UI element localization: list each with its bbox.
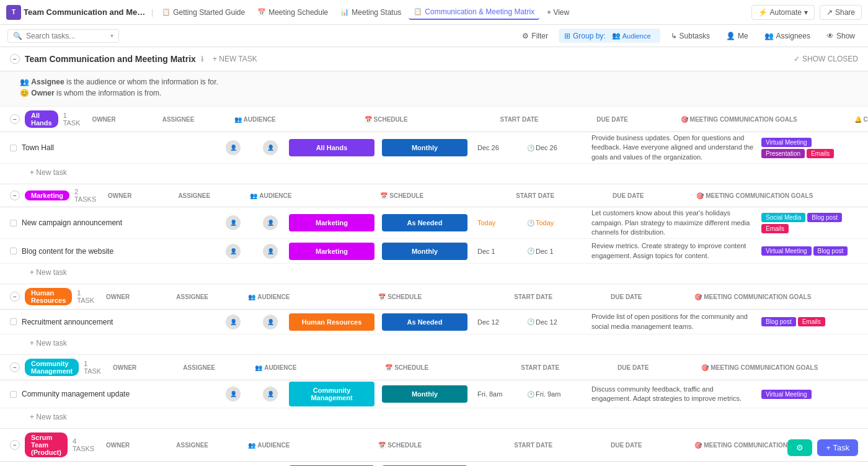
- toolbar: 🔍 ▾ ⚙ Filter ⊞ Group by: 👥 Audience ↳ Su…: [0, 25, 868, 47]
- clock-icon: 🕐: [527, 248, 534, 254]
- task-checkbox[interactable]: [10, 318, 17, 325]
- task-name: New campaign announcement: [22, 218, 122, 227]
- clock-icon: 🕐: [527, 391, 534, 398]
- tab-getting-started[interactable]: 📋 Getting Started Guide: [157, 6, 250, 19]
- goals-col-icon: 🎯: [694, 442, 702, 449]
- add-task-btn[interactable]: + Task: [817, 439, 858, 456]
- col-schedule: 📅SCHEDULE: [365, 116, 458, 123]
- schedule-badge: As Needed: [382, 313, 467, 331]
- group-collapse-btn[interactable]: −: [10, 292, 20, 302]
- task-row-3-0: Community management update 👤 👤 Communit…: [0, 380, 868, 408]
- col-owner: OWNER: [86, 116, 123, 123]
- col-due: DUE DATE: [597, 192, 659, 199]
- settings-btn[interactable]: ⚙: [787, 439, 812, 456]
- schedule-col-icon: 📅: [378, 293, 386, 300]
- task-checkbox[interactable]: [10, 220, 17, 226]
- schedule-cell: Monthly: [382, 385, 475, 403]
- goals-cell: Discuss community feedback, traffic and …: [587, 385, 759, 404]
- owner-avatar: 👤: [226, 215, 241, 230]
- group-row-4: − Scrum Team (Product) 4 TASKS OWNER ASS…: [0, 429, 868, 462]
- me-icon: 👤: [726, 32, 735, 40]
- col-schedule: 📅SCHEDULE: [378, 442, 471, 449]
- task-name-cell: Town Hall: [10, 141, 215, 155]
- project-name: Team Communication and Meeting Matrix: [25, 54, 196, 64]
- bottom-btns: ⚙ + Task: [787, 439, 858, 456]
- assignees-icon: 👥: [764, 32, 774, 40]
- start-date-cell: Dec 1: [475, 248, 525, 255]
- me-btn[interactable]: 👤 Me: [720, 29, 754, 43]
- show-closed-btn[interactable]: ✓ SHOW CLOSED: [794, 55, 858, 63]
- filter-icon: ⚙: [522, 32, 529, 40]
- group-by-btn[interactable]: ⊞ Group by: 👥 Audience: [559, 29, 660, 43]
- new-task-link[interactable]: + New task: [10, 266, 87, 279]
- new-task-link[interactable]: + New task: [10, 166, 87, 179]
- subtasks-btn[interactable]: ↳ Subtasks: [665, 29, 715, 43]
- goals-cell: Let customers know about this year's hol…: [587, 208, 759, 237]
- task-checkbox[interactable]: [10, 391, 17, 398]
- method-badge: Social Media: [761, 213, 805, 222]
- method-badge: Virtual Meeting: [761, 138, 812, 147]
- schedule-cell: Monthly: [382, 243, 475, 260]
- col-audience: 👥AUDIENCE: [248, 442, 341, 449]
- owner-cell: 👤: [215, 244, 252, 259]
- task-checkbox[interactable]: [10, 145, 17, 151]
- col-goals: 🎯MEETING COMMUNICATION GOALS: [696, 192, 833, 199]
- tab-communication-matrix[interactable]: 📋 Communication & Meeting Matrix: [409, 5, 539, 20]
- group-badge: All Hands: [25, 110, 58, 128]
- col-audience: 👥AUDIENCE: [248, 293, 341, 300]
- col-assignee: ASSIGNEE: [174, 293, 211, 300]
- show-btn[interactable]: 👁 Show: [821, 29, 861, 43]
- new-task-row-2: + New task: [0, 334, 868, 355]
- clock-icon: 🕐: [527, 145, 534, 151]
- new-task-link[interactable]: + New task: [10, 411, 87, 423]
- col-audience: 👥AUDIENCE: [250, 192, 343, 199]
- toolbar-right: ⚙ Filter ⊞ Group by: 👥 Audience ↳ Subtas…: [516, 29, 861, 43]
- methods-cell: Social MediaBlog postEmails: [759, 213, 858, 233]
- group-task-count: 4 TASKS: [73, 437, 94, 452]
- schedule-col-icon: 📅: [378, 442, 386, 449]
- assignee-cell: 👤: [252, 244, 289, 259]
- method-badge: Emails: [798, 317, 825, 326]
- groups-container: − All Hands 1 TASK OWNER ASSIGNEE 👥AUDIE…: [0, 107, 868, 466]
- audience-badge: Human Resources: [289, 313, 374, 331]
- group-collapse-btn[interactable]: −: [10, 362, 20, 372]
- audience-cell: Marketing: [289, 243, 382, 260]
- top-bar-right: ⚡ Automate ▾ ↗ Share: [751, 5, 862, 20]
- goals-cell: Review metrics. Create strategy to impro…: [587, 241, 759, 261]
- tab-meeting-schedule[interactable]: 📅 Meeting Schedule: [252, 6, 333, 19]
- task-name-cell: New campaign announcement: [10, 216, 215, 230]
- collapse-btn[interactable]: −: [10, 54, 20, 64]
- goals-cell: Provide list of open positions for the c…: [587, 312, 759, 331]
- tab-meeting-status[interactable]: 📊 Meeting Status: [335, 6, 406, 19]
- tab-icon-1: 📋: [162, 8, 170, 16]
- schedule-col-icon: 📅: [380, 192, 388, 199]
- group-collapse-btn[interactable]: −: [10, 440, 20, 450]
- method-badge: Blog post: [807, 213, 842, 222]
- group-task-count: 1 TASK: [77, 289, 94, 304]
- audience-badge: All Hands: [289, 139, 374, 156]
- share-btn[interactable]: ↗ Share: [820, 5, 862, 20]
- group-collapse-btn[interactable]: −: [10, 190, 20, 200]
- owner-avatar: 👤: [226, 244, 241, 259]
- group-row-1: − Marketing 2 TASKS OWNER ASSIGNEE 👥AUDI…: [0, 184, 868, 207]
- clock-icon: 🕐: [527, 318, 534, 325]
- task-checkbox[interactable]: [10, 248, 17, 254]
- filter-btn[interactable]: ⚙ Filter: [516, 29, 554, 43]
- audience-badge: Marketing: [289, 243, 374, 260]
- due-date-cell: 🕐Today: [525, 219, 587, 226]
- group-badge: Scrum Team (Product): [25, 432, 68, 457]
- assignees-btn[interactable]: 👥 Assignees: [759, 29, 816, 43]
- search-input[interactable]: [26, 32, 107, 40]
- task-name-cell: Blog content for the website: [10, 244, 215, 258]
- new-task-link[interactable]: + New task: [10, 337, 87, 349]
- view-btn[interactable]: + View: [542, 6, 574, 19]
- assignee-avatar: 👤: [263, 215, 278, 230]
- col-start: START DATE: [495, 116, 544, 123]
- col-due: DUE DATE: [602, 364, 664, 371]
- group-collapse-btn[interactable]: −: [10, 114, 20, 124]
- new-task-btn[interactable]: + NEW TASK: [209, 53, 261, 65]
- search-box[interactable]: 🔍 ▾: [7, 29, 119, 43]
- info-icon[interactable]: ℹ: [201, 55, 204, 63]
- schedule-cell: As Needed: [382, 214, 475, 231]
- automate-btn[interactable]: ⚡ Automate ▾: [751, 5, 815, 20]
